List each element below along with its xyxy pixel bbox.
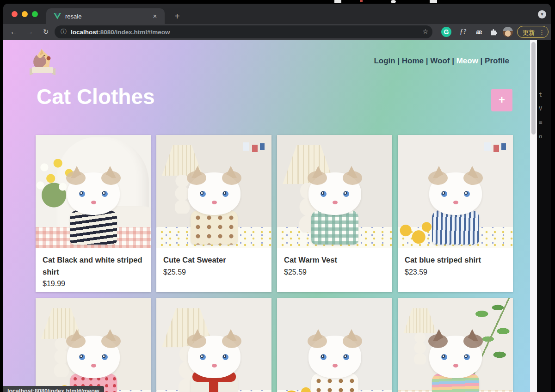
product-info: Cat Warm Vest $25.59 bbox=[277, 248, 392, 292]
main-nav: Login | Home | Woof | Meow | Profile bbox=[374, 56, 509, 66]
window-minimize-button[interactable] bbox=[22, 11, 28, 17]
cat-outfit bbox=[191, 210, 238, 245]
window-zoom-button[interactable] bbox=[32, 11, 38, 17]
cat-illustration bbox=[179, 165, 249, 245]
product-photo bbox=[36, 298, 151, 392]
url-path: :8080/index.html#/meow bbox=[98, 29, 170, 36]
nav-link-meow[interactable]: Meow bbox=[456, 56, 478, 65]
cat-outfit bbox=[432, 210, 479, 245]
product-title: Cute Cat Sweater bbox=[163, 254, 265, 266]
vue-favicon-icon bbox=[54, 13, 61, 19]
background-window-fragment bbox=[430, 0, 437, 3]
browser-viewport: Login | Home | Woof | Meow | Profile Cat… bbox=[3, 40, 551, 392]
site-info-icon[interactable]: ⓘ bbox=[61, 28, 67, 36]
nav-link-profile[interactable]: Profile bbox=[485, 56, 509, 65]
product-card[interactable]: Cat blue striped shirt $23.59 bbox=[398, 135, 513, 292]
forward-button[interactable]: → bbox=[24, 26, 36, 37]
background-text-fragment: V bbox=[539, 105, 542, 112]
site-logo[interactable] bbox=[28, 48, 57, 76]
product-title: Cat Black and white striped shirt bbox=[43, 254, 144, 278]
nav-link-login[interactable]: Login bbox=[374, 56, 395, 65]
wall-photos-illustration bbox=[484, 142, 507, 162]
product-card[interactable]: Cute Cat Sweater $25.59 bbox=[156, 135, 271, 292]
window-close-button[interactable] bbox=[12, 11, 18, 17]
scrollbar-thumb[interactable] bbox=[531, 42, 536, 135]
background-text-fragment: o bbox=[539, 133, 542, 140]
background-text-fragment: t bbox=[539, 92, 542, 98]
cat-illustration bbox=[179, 328, 249, 392]
cat-outfit bbox=[311, 210, 358, 245]
reload-button[interactable]: ↻ bbox=[40, 26, 52, 37]
product-title: Cat Warm Vest bbox=[284, 254, 385, 266]
extensions-puzzle-icon[interactable] bbox=[488, 27, 499, 37]
browser-tab[interactable]: resale × bbox=[46, 8, 165, 24]
product-info: Cat Black and white striped shirt $19.99 bbox=[36, 248, 151, 292]
menu-dots-icon[interactable]: ⋮ bbox=[539, 29, 545, 36]
ae-extension-icon[interactable]: æ bbox=[474, 27, 484, 37]
profile-avatar[interactable] bbox=[503, 27, 513, 37]
cat-illustration bbox=[421, 165, 490, 245]
product-card[interactable] bbox=[277, 298, 392, 392]
bookmark-star-icon[interactable]: ☆ bbox=[422, 28, 428, 35]
product-info: Cat blue striped shirt $23.59 bbox=[398, 248, 513, 292]
product-card[interactable] bbox=[156, 298, 271, 392]
product-card[interactable] bbox=[398, 298, 513, 392]
product-photo bbox=[156, 135, 271, 248]
back-button[interactable]: ← bbox=[8, 26, 20, 37]
add-product-button[interactable]: + bbox=[491, 89, 512, 111]
tab-title: resale bbox=[65, 13, 81, 20]
update-button-label: 更新 bbox=[523, 29, 535, 37]
background-window-strip: tV≡o bbox=[537, 40, 551, 392]
nav-link-home[interactable]: Home bbox=[402, 56, 424, 65]
status-bar-url: localhost:8080/index.html#/meow bbox=[3, 386, 104, 392]
cat-illustration bbox=[300, 165, 370, 245]
product-title: Cat blue striped shirt bbox=[405, 254, 506, 266]
background-window-fragment bbox=[391, 0, 396, 3]
new-tab-button[interactable]: + bbox=[172, 11, 183, 22]
nav-separator: | bbox=[424, 56, 430, 65]
cat-illustration bbox=[421, 328, 490, 392]
product-price: $25.59 bbox=[284, 268, 385, 276]
product-photo bbox=[398, 135, 513, 248]
browser-window: resale × + ▾ ← → ↻ ⓘ localhost:8080/inde… bbox=[3, 4, 551, 392]
tab-close-icon[interactable]: × bbox=[151, 12, 159, 20]
nav-separator: | bbox=[478, 56, 485, 65]
page-scrollbar[interactable] bbox=[530, 40, 537, 392]
grammarly-extension-icon[interactable]: G bbox=[441, 27, 451, 37]
background-window-fragment bbox=[334, 0, 341, 3]
tab-search-button[interactable]: ▾ bbox=[538, 10, 546, 18]
product-photo bbox=[36, 135, 151, 248]
browser-toolbar: ← → ↻ ⓘ localhost:8080/index.html#/meow … bbox=[3, 24, 551, 40]
cat-outfit bbox=[70, 210, 117, 245]
address-bar[interactable]: ⓘ localhost:8080/index.html#/meow ☆ bbox=[55, 25, 432, 38]
tab-strip: resale × + ▾ bbox=[3, 4, 551, 24]
page-content: Login | Home | Woof | Meow | Profile Cat… bbox=[3, 40, 530, 392]
chrome-update-button[interactable]: 更新 ⋮ bbox=[517, 26, 549, 38]
cat-illustration bbox=[300, 328, 370, 392]
nav-link-woof[interactable]: Woof bbox=[430, 56, 450, 65]
product-info: Cute Cat Sweater $25.59 bbox=[156, 248, 271, 292]
wall-photos-illustration bbox=[243, 142, 266, 162]
product-photo bbox=[398, 298, 513, 392]
product-card[interactable] bbox=[36, 298, 151, 392]
nav-separator: | bbox=[395, 56, 402, 65]
nav-separator: | bbox=[450, 56, 456, 65]
product-grid: Cat Black and white striped shirt $19.99 bbox=[36, 135, 513, 392]
product-photo bbox=[277, 135, 392, 248]
product-card[interactable]: Cat Warm Vest $25.59 bbox=[277, 135, 392, 292]
product-price: $19.99 bbox=[43, 280, 144, 288]
product-photo bbox=[156, 298, 271, 392]
background-window-fragment bbox=[360, 0, 363, 2]
product-price: $23.59 bbox=[405, 268, 506, 276]
cat-illustration bbox=[59, 328, 128, 392]
background-text-fragment: ≡ bbox=[539, 119, 542, 126]
product-card[interactable]: Cat Black and white striped shirt $19.99 bbox=[36, 135, 151, 292]
page-title: Cat Clothes bbox=[37, 84, 155, 109]
math-extension-icon[interactable]: ƒ? bbox=[458, 27, 468, 37]
product-price: $25.59 bbox=[163, 268, 265, 276]
product-photo bbox=[277, 298, 392, 392]
url-host: localhost bbox=[71, 29, 98, 36]
cat-illustration bbox=[59, 165, 128, 245]
